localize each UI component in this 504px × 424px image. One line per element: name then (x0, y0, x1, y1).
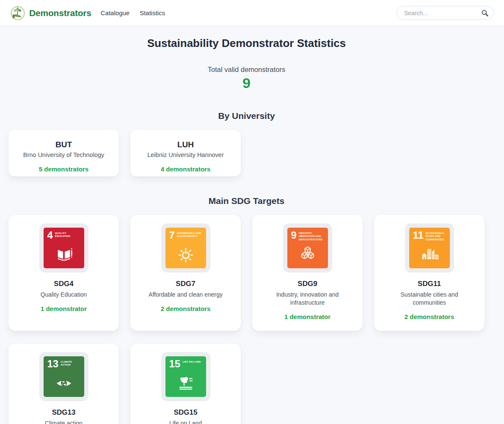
sdg-title: SDG7 (136, 280, 235, 288)
sdg11-badge: 11 SUSTAINABLE CITIES AND COMMUNITIES (409, 228, 450, 268)
statistics-page: Sustainability Demonstrator Statistics T… (8, 37, 485, 424)
sdg-subtitle: Affordable and clean energy (142, 291, 229, 299)
sdg13-badge-label: CLIMATE ACTION (61, 361, 82, 367)
sdg7-icon-frame: 7 AFFORDABLE AND CLEAN ENERGY (161, 223, 210, 273)
sdg9-icon-frame: 9 INDUSTRY, INNOVATION AND INFRASTRUCTUR… (283, 223, 332, 273)
sdg-card-sdg15[interactable]: 15 LIFE ON LAND (130, 344, 241, 424)
total-demonstrators-label: Total valid demonstrators (8, 66, 485, 74)
university-grid: BUT Brno University of Technology 5 demo… (8, 130, 485, 176)
sdg4-badge-label: QUALITY EDUCATION (55, 232, 82, 239)
university-demonstrator-count: 5 demonstrators (14, 165, 113, 173)
total-demonstrators-block: Total valid demonstrators 9 (8, 66, 485, 91)
total-demonstrators-value: 9 (8, 75, 485, 91)
nav-link-statistics[interactable]: Statistics (140, 9, 165, 17)
sdg-targets-heading: Main SDG Targets (8, 196, 485, 206)
sdg-card-sdg11[interactable]: 11 SUSTAINABLE CITIES AND COMMUNITIES (374, 215, 485, 331)
cubes-icon (287, 241, 328, 267)
sdg-card-sdg4[interactable]: 4 QUALITY EDUCATION (8, 215, 119, 331)
sdg11-number: 11 (413, 231, 424, 240)
brand-wordmark: Demonstrators (29, 8, 91, 18)
sdg11-icon-frame: 11 SUSTAINABLE CITIES AND COMMUNITIES (405, 223, 454, 273)
sdg9-number: 9 (291, 231, 297, 240)
sdg4-icon-frame: 4 QUALITY EDUCATION (39, 223, 88, 273)
sdg15-badge-label: LIFE ON LAND (182, 361, 201, 364)
university-code: LUH (136, 140, 235, 149)
sdg13-icon-frame: 13 CLIMATE ACTION (39, 352, 88, 401)
sdg-subtitle: Quality Education (20, 291, 107, 299)
sdg-demonstrator-count: 1 demonstrator (258, 313, 357, 320)
university-name: Brno University of Technology (14, 151, 113, 158)
sdg15-icon-frame: 15 LIFE ON LAND (161, 352, 210, 401)
sun-power-icon (165, 241, 206, 267)
buildings-icon (409, 241, 450, 267)
search-icon[interactable] (481, 9, 489, 17)
by-university-heading: By University (8, 111, 485, 121)
tree-and-birds-icon (165, 370, 206, 396)
sdg-subtitle: Climate action (20, 419, 107, 424)
search-box[interactable] (397, 6, 494, 20)
top-navigation-bar: Demonstrators Catalogue Statistics (0, 0, 504, 26)
sdg-demonstrator-count: 2 demonstrators (136, 305, 235, 312)
sdg4-badge: 4 QUALITY EDUCATION (44, 228, 84, 268)
university-card-but[interactable]: BUT Brno University of Technology 5 demo… (8, 130, 119, 176)
sdg9-badge-label: INDUSTRY, INNOVATION AND INFRASTRUCTURE (299, 232, 326, 242)
sdg-demonstrator-count: 1 demonstrator (14, 305, 113, 312)
sdg-title: SDG13 (14, 408, 113, 417)
nav-link-catalogue[interactable]: Catalogue (101, 9, 129, 17)
sdg9-badge: 9 INDUSTRY, INNOVATION AND INFRASTRUCTUR… (287, 228, 328, 268)
sdg11-badge-label: SUSTAINABLE CITIES AND COMMUNITIES (426, 232, 448, 242)
sdg15-badge: 15 LIFE ON LAND (165, 356, 206, 397)
sdg7-badge-label: AFFORDABLE AND CLEAN ENERGY (177, 232, 204, 239)
sdg-subtitle: Life on Land (142, 419, 229, 424)
page-title: Sustainability Demonstrator Statistics (8, 37, 485, 50)
sdg-subtitle: Industry, innovation and infrastructure (264, 291, 351, 307)
sdg-card-sdg13[interactable]: 13 CLIMATE ACTION SDG13 Cl (8, 344, 119, 424)
sdg13-number: 13 (47, 359, 59, 369)
open-book-and-pencil-icon (44, 241, 84, 267)
university-demonstrator-count: 4 demonstrators (136, 165, 235, 173)
sdg4-number: 4 (47, 231, 53, 240)
brand-home-link[interactable]: Demonstrators (10, 6, 91, 21)
sdg-title: SDG4 (14, 280, 113, 288)
sdg-demonstrator-count: 2 demonstrators (380, 313, 479, 320)
sdg-title: SDG11 (380, 280, 479, 288)
sdg-title: SDG9 (258, 280, 357, 288)
sdg-grid: 4 QUALITY EDUCATION (8, 215, 485, 424)
university-name: Leibniz University Hannover (136, 151, 235, 158)
sdg7-badge: 7 AFFORDABLE AND CLEAN ENERGY (165, 228, 206, 268)
search-input[interactable] (403, 9, 481, 17)
sdg-card-sdg7[interactable]: 7 AFFORDABLE AND CLEAN ENERGY (130, 215, 241, 331)
sdg13-badge: 13 CLIMATE ACTION (44, 356, 84, 397)
sdg-title: SDG15 (136, 408, 235, 417)
university-code: BUT (14, 140, 113, 149)
sdg7-number: 7 (169, 231, 175, 240)
sdg-subtitle: Sustainable cities and communities (386, 291, 473, 307)
main-nav: Catalogue Statistics (101, 9, 165, 17)
university-card-luh[interactable]: LUH Leibniz University Hannover 4 demons… (130, 130, 241, 176)
plant-in-hand-logo-icon (10, 6, 25, 21)
eye-globe-icon (44, 370, 84, 396)
sdg-card-sdg9[interactable]: 9 INDUSTRY, INNOVATION AND INFRASTRUCTUR… (252, 215, 363, 331)
sdg15-number: 15 (169, 359, 181, 369)
